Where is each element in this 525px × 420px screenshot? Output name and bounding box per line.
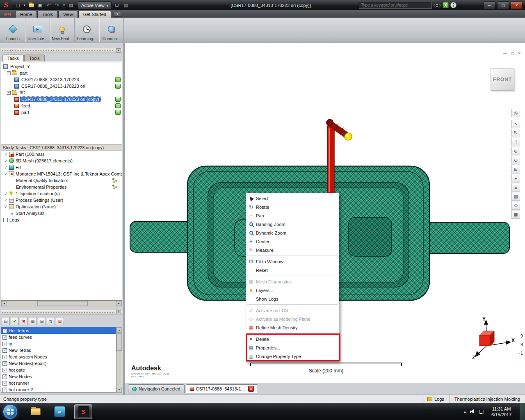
layer-checkbox[interactable] bbox=[2, 342, 7, 346]
layers-vertical-scrollbar[interactable] bbox=[116, 327, 122, 392]
menu-item-pan[interactable]: ☝ Pan bbox=[246, 211, 339, 220]
zoom-window-tool-button[interactable]: ⊞ bbox=[511, 165, 520, 173]
tree-item-study[interactable]: CSR17-0888_34313-170223 bbox=[1, 76, 122, 83]
network-icon[interactable] bbox=[479, 410, 484, 414]
tab-navigation-canceled[interactable]: Navigation Canceled bbox=[128, 384, 185, 393]
collapse-toggle-icon[interactable] bbox=[7, 91, 11, 95]
taskbar-moldflow-button[interactable] bbox=[50, 404, 68, 419]
delete-layer-button[interactable] bbox=[20, 317, 28, 325]
taskbar-explorer-button[interactable] bbox=[27, 404, 45, 419]
tab-get-started[interactable]: Get Started bbox=[78, 11, 111, 18]
study-task-mesh[interactable]: ✓ 3D Mesh (925617 elements) bbox=[1, 158, 122, 164]
export-icon[interactable] bbox=[115, 97, 121, 102]
clean-layers-button[interactable] bbox=[29, 317, 37, 325]
center-tool-button[interactable]: + bbox=[511, 174, 520, 183]
exchange-icon[interactable] bbox=[443, 2, 449, 8]
expand-layer-button[interactable] bbox=[38, 317, 46, 325]
orbit-tool-button[interactable]: ◎ bbox=[511, 109, 520, 117]
close-layers-button[interactable] bbox=[56, 317, 64, 325]
menu-item-reset[interactable]: Reset bbox=[246, 266, 339, 274]
clock[interactable]: 11:31 AM 6/15/2017 bbox=[491, 406, 511, 418]
new-project-icon[interactable] bbox=[14, 1, 22, 9]
tray-expand-icon[interactable] bbox=[464, 409, 466, 414]
select-tool-button[interactable]: ↖ bbox=[511, 120, 520, 128]
study-task-material[interactable]: ✓ Monprene MP-1504L3: QST Inc & Teknor A… bbox=[1, 171, 122, 177]
close-tab-icon[interactable] bbox=[248, 386, 254, 392]
menu-item-fit-to-window[interactable]: ⊞ Fit to Window bbox=[246, 257, 339, 266]
close-button[interactable] bbox=[511, 1, 523, 9]
capture-icon[interactable] bbox=[113, 1, 121, 9]
scroll-left-icon[interactable] bbox=[1, 301, 7, 306]
search-icon[interactable] bbox=[434, 3, 441, 7]
help-icon[interactable] bbox=[450, 2, 457, 8]
learning-button[interactable]: Learning... bbox=[75, 18, 99, 42]
study-task-material-quality[interactable]: Material Quality Indicators bbox=[1, 177, 122, 184]
new-dropdown-icon[interactable] bbox=[23, 1, 27, 9]
layout-icon[interactable] bbox=[122, 1, 130, 9]
drag-handle[interactable] bbox=[2, 50, 115, 51]
menu-item-delete[interactable]: ✕ Delete bbox=[246, 335, 339, 343]
app-logo[interactable]: S bbox=[0, 0, 12, 10]
menu-item-change-property-type[interactable]: ▥ Change Property Type... bbox=[246, 352, 339, 361]
export-icon[interactable] bbox=[115, 84, 121, 89]
layer-checkbox[interactable] bbox=[2, 374, 7, 379]
layer-checkbox[interactable] bbox=[2, 388, 7, 392]
menu-item-rotate[interactable]: ↻ Rotate bbox=[246, 203, 339, 211]
scroll-track[interactable] bbox=[116, 333, 122, 387]
layer-checkbox[interactable] bbox=[2, 329, 7, 333]
menu-item-mesh-diagnostics[interactable]: ▦ Mesh Diagnostics bbox=[246, 277, 339, 286]
menu-item-activate-as-lcs[interactable]: ∠ Activate as LCS bbox=[246, 306, 339, 315]
scroll-thumb[interactable] bbox=[37, 301, 87, 306]
scroll-up-icon[interactable] bbox=[116, 327, 122, 333]
tree-folder-3d[interactable]: 3D bbox=[1, 89, 122, 96]
tab-tools[interactable]: Tools bbox=[37, 11, 58, 18]
layer-row[interactable]: feed curves bbox=[1, 334, 122, 340]
show-desktop-button[interactable] bbox=[520, 403, 525, 420]
tab-tasks[interactable]: Tasks bbox=[2, 55, 24, 62]
communities-button[interactable]: Commu... bbox=[99, 18, 124, 42]
tab-study-document[interactable]: CSR17-0888_34313-1... bbox=[186, 384, 258, 393]
tab-home[interactable]: Home bbox=[15, 11, 37, 18]
study-task-part[interactable]: ✓ Part (100.nas) bbox=[1, 151, 122, 158]
activate-layer-button[interactable] bbox=[11, 317, 19, 325]
launch-button[interactable]: Launch bbox=[1, 18, 25, 42]
tree-item-study[interactable]: part bbox=[1, 109, 122, 116]
menu-item-dynamic-zoom[interactable]: Dynamic Zoom bbox=[246, 228, 339, 237]
layer-row[interactable]: hot gate bbox=[1, 367, 122, 373]
layer-checkbox[interactable] bbox=[2, 361, 7, 366]
start-button[interactable] bbox=[3, 405, 17, 419]
pan-tool-button[interactable]: ☝ bbox=[511, 138, 520, 146]
study-task-environmental[interactable]: Environmental Properties bbox=[1, 184, 122, 190]
close-pane-icon[interactable] bbox=[116, 48, 121, 52]
assign-layer-button[interactable] bbox=[47, 317, 55, 325]
layer-checkbox[interactable] bbox=[2, 335, 7, 340]
tree-item-study[interactable]: feed bbox=[1, 103, 122, 109]
tab-view[interactable]: View bbox=[58, 11, 78, 18]
menu-item-measure[interactable]: ✎ Measure bbox=[246, 246, 339, 254]
layer-checkbox[interactable] bbox=[2, 368, 7, 372]
tree-horizontal-scrollbar[interactable] bbox=[1, 301, 122, 306]
study-task-process[interactable]: ✓ Process Settings (User) bbox=[1, 197, 122, 203]
study-task-optimization[interactable]: ✓ Optimization (None) bbox=[1, 203, 122, 210]
print-icon[interactable] bbox=[67, 1, 75, 9]
layer-row[interactable]: hot runner 2 bbox=[1, 386, 122, 393]
plane-tool-button[interactable]: ◇ bbox=[511, 201, 520, 210]
layer-checkbox[interactable] bbox=[2, 348, 7, 353]
menu-item-select[interactable]: Select bbox=[246, 194, 339, 203]
viewport[interactable]: — ▢ ✕ FRONT ◎ ↖ ↻ ☝ ⊕ ⊖ ⊞ + ≡ ▤ ◇ ▦ Auto… bbox=[124, 43, 525, 395]
new-features-button[interactable]: New Feat... bbox=[50, 18, 75, 42]
tab-tools-panel[interactable]: Tools bbox=[24, 55, 45, 62]
menu-item-properties[interactable]: ▤ Properties... bbox=[246, 343, 339, 352]
layer-row[interactable]: New Nodes(repair) bbox=[1, 360, 122, 367]
active-view-dropdown[interactable]: Active View bbox=[78, 1, 112, 9]
new-layer-button[interactable] bbox=[2, 317, 10, 325]
collapse-toggle-icon[interactable] bbox=[7, 71, 11, 75]
properties-tool-button[interactable]: ▤ bbox=[511, 192, 520, 201]
zoom-in-tool-button[interactable]: ⊕ bbox=[511, 147, 520, 155]
redo-icon[interactable]: ↷ bbox=[53, 1, 61, 9]
layer-checkbox[interactable] bbox=[2, 355, 7, 359]
layer-row[interactable]: ip bbox=[1, 340, 122, 347]
redo-dropdown-icon[interactable] bbox=[62, 1, 66, 9]
volume-icon[interactable] bbox=[470, 409, 475, 414]
export-icon[interactable] bbox=[115, 110, 121, 115]
